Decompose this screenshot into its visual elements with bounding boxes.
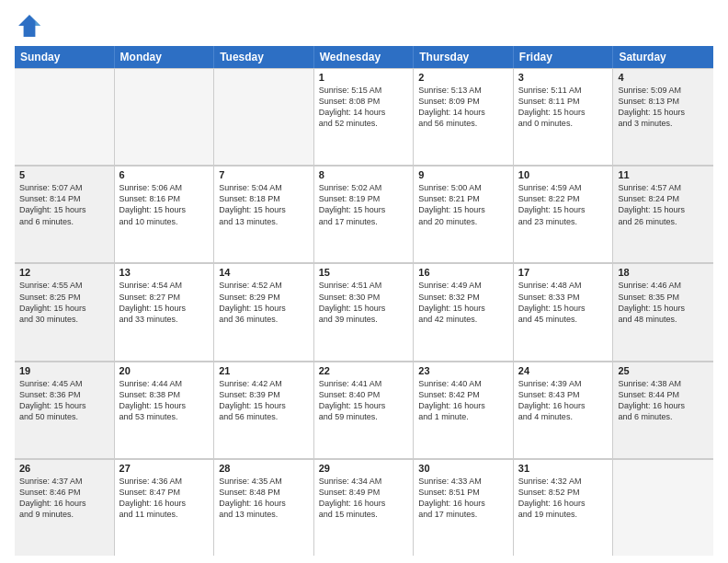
- cell-text: Sunrise: 4:40 AM Sunset: 8:42 PM Dayligh…: [418, 378, 508, 423]
- day-number: 5: [19, 169, 109, 180]
- cell-text: Sunrise: 5:15 AM Sunset: 8:08 PM Dayligh…: [319, 85, 409, 130]
- cell-text: Sunrise: 4:55 AM Sunset: 8:25 PM Dayligh…: [19, 280, 109, 325]
- cell-text: Sunrise: 5:11 AM Sunset: 8:11 PM Dayligh…: [518, 85, 609, 130]
- day-number: 30: [418, 463, 508, 474]
- cell-text: Sunrise: 5:07 AM Sunset: 8:14 PM Dayligh…: [19, 182, 109, 227]
- cell-text: Sunrise: 5:09 AM Sunset: 8:13 PM Dayligh…: [618, 85, 709, 130]
- cell-text: Sunrise: 4:52 AM Sunset: 8:29 PM Dayligh…: [219, 280, 309, 325]
- cell-text: Sunrise: 4:38 AM Sunset: 8:44 PM Dayligh…: [618, 378, 709, 423]
- cal-cell-3-2: 21Sunrise: 4:42 AM Sunset: 8:39 PM Dayli…: [214, 362, 314, 458]
- day-number: 1: [319, 72, 409, 83]
- cal-cell-2-5: 17Sunrise: 4:48 AM Sunset: 8:33 PM Dayli…: [514, 263, 614, 360]
- cell-text: Sunrise: 4:36 AM Sunset: 8:47 PM Dayligh…: [119, 476, 210, 521]
- day-number: 2: [418, 72, 508, 83]
- cell-text: Sunrise: 4:39 AM Sunset: 8:43 PM Dayligh…: [518, 378, 609, 423]
- cell-text: Sunrise: 4:44 AM Sunset: 8:38 PM Dayligh…: [119, 378, 210, 423]
- cal-cell-1-6: 11Sunrise: 4:57 AM Sunset: 8:24 PM Dayli…: [613, 166, 713, 262]
- cal-cell-4-6: [613, 459, 713, 556]
- cell-text: Sunrise: 4:41 AM Sunset: 8:40 PM Dayligh…: [319, 378, 409, 423]
- cal-cell-2-1: 13Sunrise: 4:54 AM Sunset: 8:27 PM Dayli…: [115, 263, 215, 360]
- cell-text: Sunrise: 4:37 AM Sunset: 8:46 PM Dayligh…: [19, 476, 109, 521]
- day-number: 27: [119, 463, 210, 474]
- cal-cell-1-3: 8Sunrise: 5:02 AM Sunset: 8:19 PM Daylig…: [314, 166, 415, 262]
- cell-text: Sunrise: 4:33 AM Sunset: 8:51 PM Dayligh…: [418, 476, 508, 521]
- cell-text: Sunrise: 4:32 AM Sunset: 8:52 PM Dayligh…: [518, 476, 609, 521]
- cal-cell-0-0: [15, 68, 115, 165]
- cal-cell-0-6: 4Sunrise: 5:09 AM Sunset: 8:13 PM Daylig…: [613, 68, 713, 165]
- header-day-saturday: Saturday: [613, 46, 713, 68]
- day-number: 20: [119, 365, 210, 376]
- cal-cell-2-2: 14Sunrise: 4:52 AM Sunset: 8:29 PM Dayli…: [214, 263, 314, 360]
- day-number: 17: [518, 267, 609, 278]
- cal-cell-3-4: 23Sunrise: 4:40 AM Sunset: 8:42 PM Dayli…: [414, 362, 514, 458]
- day-number: 7: [219, 169, 309, 180]
- cal-cell-4-1: 27Sunrise: 4:36 AM Sunset: 8:47 PM Dayli…: [115, 459, 215, 556]
- day-number: 26: [19, 463, 109, 474]
- cell-text: Sunrise: 4:42 AM Sunset: 8:39 PM Dayligh…: [219, 378, 309, 423]
- day-number: 11: [618, 169, 709, 180]
- cell-text: Sunrise: 5:06 AM Sunset: 8:16 PM Dayligh…: [119, 182, 210, 227]
- cal-cell-0-2: [214, 68, 314, 165]
- cal-cell-4-5: 31Sunrise: 4:32 AM Sunset: 8:52 PM Dayli…: [514, 459, 614, 556]
- day-number: 29: [319, 463, 409, 474]
- day-number: 31: [518, 463, 609, 474]
- page: SundayMondayTuesdayWednesdayThursdayFrid…: [0, 0, 728, 563]
- cal-cell-1-5: 10Sunrise: 4:59 AM Sunset: 8:22 PM Dayli…: [514, 166, 614, 262]
- cal-cell-0-4: 2Sunrise: 5:13 AM Sunset: 8:09 PM Daylig…: [414, 68, 514, 165]
- cal-cell-3-5: 24Sunrise: 4:39 AM Sunset: 8:43 PM Dayli…: [514, 362, 614, 458]
- cal-cell-0-1: [115, 68, 215, 165]
- cal-cell-3-1: 20Sunrise: 4:44 AM Sunset: 8:38 PM Dayli…: [115, 362, 215, 458]
- day-number: 18: [618, 267, 709, 278]
- cal-cell-4-3: 29Sunrise: 4:34 AM Sunset: 8:49 PM Dayli…: [314, 459, 415, 556]
- cal-cell-1-2: 7Sunrise: 5:04 AM Sunset: 8:18 PM Daylig…: [214, 166, 314, 262]
- day-number: 25: [618, 365, 709, 376]
- cell-text: Sunrise: 4:45 AM Sunset: 8:36 PM Dayligh…: [19, 378, 109, 423]
- header-day-friday: Friday: [514, 46, 614, 68]
- logo: [15, 11, 48, 40]
- day-number: 22: [319, 365, 409, 376]
- day-number: 13: [119, 267, 210, 278]
- day-number: 15: [319, 267, 409, 278]
- calendar-row-0: 1Sunrise: 5:15 AM Sunset: 8:08 PM Daylig…: [15, 68, 713, 166]
- cal-cell-3-6: 25Sunrise: 4:38 AM Sunset: 8:44 PM Dayli…: [613, 362, 713, 458]
- cal-cell-0-3: 1Sunrise: 5:15 AM Sunset: 8:08 PM Daylig…: [314, 68, 415, 165]
- day-number: 6: [119, 169, 210, 180]
- calendar-row-1: 5Sunrise: 5:07 AM Sunset: 8:14 PM Daylig…: [15, 166, 713, 263]
- cal-cell-2-3: 15Sunrise: 4:51 AM Sunset: 8:30 PM Dayli…: [314, 263, 415, 360]
- cell-text: Sunrise: 5:02 AM Sunset: 8:19 PM Dayligh…: [319, 182, 409, 227]
- cal-cell-4-0: 26Sunrise: 4:37 AM Sunset: 8:46 PM Dayli…: [15, 459, 115, 556]
- header: [15, 11, 713, 40]
- cal-cell-1-4: 9Sunrise: 5:00 AM Sunset: 8:21 PM Daylig…: [414, 166, 514, 262]
- day-number: 16: [418, 267, 508, 278]
- day-number: 28: [219, 463, 309, 474]
- cell-text: Sunrise: 4:46 AM Sunset: 8:35 PM Dayligh…: [618, 280, 709, 325]
- cal-cell-4-2: 28Sunrise: 4:35 AM Sunset: 8:48 PM Dayli…: [214, 459, 314, 556]
- cell-text: Sunrise: 4:34 AM Sunset: 8:49 PM Dayligh…: [319, 476, 409, 521]
- calendar-body: 1Sunrise: 5:15 AM Sunset: 8:08 PM Daylig…: [15, 68, 713, 556]
- cal-cell-3-0: 19Sunrise: 4:45 AM Sunset: 8:36 PM Dayli…: [15, 362, 115, 458]
- cal-cell-1-1: 6Sunrise: 5:06 AM Sunset: 8:16 PM Daylig…: [115, 166, 215, 262]
- cell-text: Sunrise: 4:49 AM Sunset: 8:32 PM Dayligh…: [418, 280, 508, 325]
- cal-cell-2-6: 18Sunrise: 4:46 AM Sunset: 8:35 PM Dayli…: [613, 263, 713, 360]
- cal-cell-3-3: 22Sunrise: 4:41 AM Sunset: 8:40 PM Dayli…: [314, 362, 415, 458]
- header-day-tuesday: Tuesday: [214, 46, 314, 68]
- calendar-header: SundayMondayTuesdayWednesdayThursdayFrid…: [15, 46, 713, 68]
- cal-cell-2-0: 12Sunrise: 4:55 AM Sunset: 8:25 PM Dayli…: [15, 263, 115, 360]
- cell-text: Sunrise: 4:59 AM Sunset: 8:22 PM Dayligh…: [518, 182, 609, 227]
- cell-text: Sunrise: 4:48 AM Sunset: 8:33 PM Dayligh…: [518, 280, 609, 325]
- cell-text: Sunrise: 4:51 AM Sunset: 8:30 PM Dayligh…: [319, 280, 409, 325]
- calendar-row-3: 19Sunrise: 4:45 AM Sunset: 8:36 PM Dayli…: [15, 362, 713, 459]
- day-number: 21: [219, 365, 309, 376]
- day-number: 19: [19, 365, 109, 376]
- calendar-row-2: 12Sunrise: 4:55 AM Sunset: 8:25 PM Dayli…: [15, 263, 713, 361]
- calendar-row-4: 26Sunrise: 4:37 AM Sunset: 8:46 PM Dayli…: [15, 459, 713, 556]
- header-day-sunday: Sunday: [15, 46, 115, 68]
- cell-text: Sunrise: 4:57 AM Sunset: 8:24 PM Dayligh…: [618, 182, 709, 227]
- header-day-monday: Monday: [115, 46, 215, 68]
- day-number: 23: [418, 365, 508, 376]
- cal-cell-1-0: 5Sunrise: 5:07 AM Sunset: 8:14 PM Daylig…: [15, 166, 115, 262]
- cell-text: Sunrise: 5:04 AM Sunset: 8:18 PM Dayligh…: [219, 182, 309, 227]
- cal-cell-0-5: 3Sunrise: 5:11 AM Sunset: 8:11 PM Daylig…: [514, 68, 614, 165]
- cal-cell-2-4: 16Sunrise: 4:49 AM Sunset: 8:32 PM Dayli…: [414, 263, 514, 360]
- day-number: 14: [219, 267, 309, 278]
